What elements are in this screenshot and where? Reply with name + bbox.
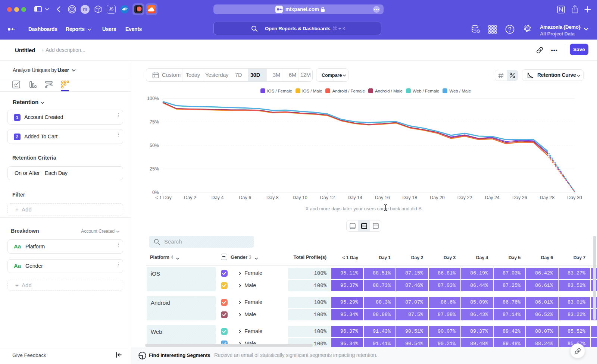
- svg-text:Day 24: Day 24: [485, 195, 500, 200]
- svg-text:Day 26: Day 26: [512, 195, 527, 200]
- svg-text:Day 20: Day 20: [430, 195, 445, 200]
- svg-text:75%: 75%: [150, 119, 159, 125]
- svg-text:0%: 0%: [152, 190, 159, 195]
- svg-text:Day 10: Day 10: [293, 195, 307, 200]
- svg-text:Day 8: Day 8: [266, 195, 279, 200]
- svg-text:Day 14: Day 14: [347, 195, 362, 200]
- svg-text:25%: 25%: [150, 166, 159, 172]
- svg-text:Day 12: Day 12: [320, 195, 335, 200]
- svg-text:Day 30: Day 30: [567, 195, 582, 200]
- svg-text:Day 4: Day 4: [212, 195, 224, 200]
- svg-text:Day 22: Day 22: [457, 195, 472, 200]
- svg-text:100%: 100%: [147, 96, 159, 101]
- svg-text:< 1 Day: < 1 Day: [155, 195, 172, 200]
- svg-text:Day 18: Day 18: [403, 195, 418, 200]
- svg-text:Day 28: Day 28: [540, 195, 555, 200]
- svg-text:50%: 50%: [150, 143, 159, 148]
- svg-text:Day 16: Day 16: [375, 195, 390, 200]
- svg-text:Day 6: Day 6: [239, 195, 251, 200]
- svg-text:Day 2: Day 2: [184, 195, 196, 200]
